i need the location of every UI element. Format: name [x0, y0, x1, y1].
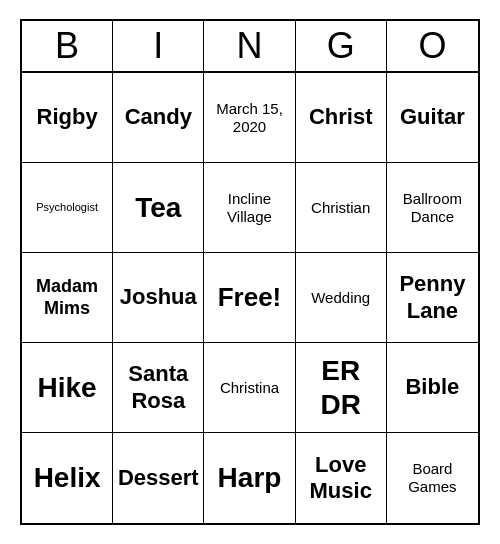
bingo-cell: Free! [204, 253, 295, 343]
bingo-cell: Harp [204, 433, 295, 523]
bingo-cell: Dessert [113, 433, 204, 523]
bingo-cell: Santa Rosa [113, 343, 204, 433]
bingo-card: BINGO RigbyCandyMarch 15, 2020ChristGuit… [20, 19, 480, 525]
bingo-cell: Christian [296, 163, 387, 253]
bingo-cell: Bible [387, 343, 478, 433]
bingo-cell: Tea [113, 163, 204, 253]
header-letter: I [113, 21, 204, 71]
header-letter: O [387, 21, 478, 71]
header-letter: G [296, 21, 387, 71]
bingo-cell: Love Music [296, 433, 387, 523]
bingo-cell: Candy [113, 73, 204, 163]
bingo-cell: Ballroom Dance [387, 163, 478, 253]
bingo-cell: Board Games [387, 433, 478, 523]
bingo-cell: Guitar [387, 73, 478, 163]
bingo-header: BINGO [22, 21, 478, 73]
bingo-cell: Joshua [113, 253, 204, 343]
bingo-cell: Penny Lane [387, 253, 478, 343]
bingo-grid: RigbyCandyMarch 15, 2020ChristGuitarPsyc… [22, 73, 478, 523]
bingo-cell: Helix [22, 433, 113, 523]
bingo-cell: Psychologist [22, 163, 113, 253]
bingo-cell: ER DR [296, 343, 387, 433]
bingo-cell: Madam Mims [22, 253, 113, 343]
bingo-cell: Christina [204, 343, 295, 433]
bingo-cell: Hike [22, 343, 113, 433]
bingo-cell: March 15, 2020 [204, 73, 295, 163]
bingo-cell: Christ [296, 73, 387, 163]
bingo-cell: Incline Village [204, 163, 295, 253]
header-letter: B [22, 21, 113, 71]
bingo-cell: Wedding [296, 253, 387, 343]
header-letter: N [204, 21, 295, 71]
bingo-cell: Rigby [22, 73, 113, 163]
